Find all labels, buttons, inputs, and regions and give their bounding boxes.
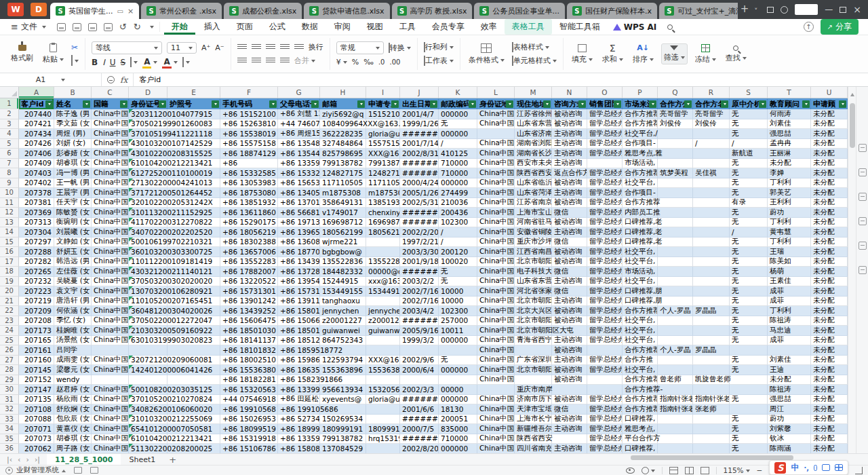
cell-B14[interactable]: 刘晨曦 (女	[54, 227, 92, 238]
document-tab-4[interactable]: S高学历 教授.xlsx	[392, 3, 473, 19]
cell-O20[interactable]: 留学总经办	[587, 286, 623, 297]
row-header-31[interactable]: 31	[0, 395, 19, 405]
cell-G6[interactable]: +86 1354402198	[278, 149, 320, 159]
cell-K35[interactable]: 710000	[439, 434, 477, 444]
cell-D13[interactable]: 411702200312270822	[129, 218, 167, 228]
align-middle-icon[interactable]	[252, 44, 261, 51]
cell-I30[interactable]: 15320563	[366, 385, 400, 395]
cell-D19[interactable]: 370503200302020020	[129, 277, 167, 287]
header-cell-S1[interactable]: 原中介机	[730, 98, 768, 109]
cell-R15[interactable]	[693, 238, 730, 248]
cell-D34[interactable]: 654101200007050581	[129, 424, 167, 434]
cell-P13[interactable]: 口碑推荐,老	[623, 218, 658, 228]
cell-Q21[interactable]	[658, 297, 693, 307]
cell-O13[interactable]: 留学总经办	[587, 218, 623, 228]
cell-I14[interactable]: 180562199	[366, 227, 400, 238]
cell-P9[interactable]: 社交平台,	[623, 178, 658, 189]
side-panel-icon-4[interactable]	[859, 217, 867, 225]
cell-F18[interactable]: +86 17882007	[220, 267, 278, 277]
cell-N30[interactable]	[552, 385, 587, 395]
cell-H7[interactable]: 799138782	[320, 159, 366, 169]
cell-R23[interactable]	[693, 316, 730, 326]
align-bottom-icon[interactable]	[266, 44, 275, 51]
cell-R16[interactable]	[693, 247, 730, 257]
row-header-10[interactable]: 10	[0, 188, 19, 198]
cell-A4[interactable]: 207434	[19, 129, 54, 139]
cell-U18[interactable]: 未分配	[811, 267, 848, 277]
cell-M10[interactable]: 山东省菏泽	[515, 188, 552, 198]
cell-U12[interactable]: 未分配	[811, 208, 848, 218]
cell-B23[interactable]: 季忆 (女)	[54, 316, 92, 326]
cell-J19[interactable]: 2003/2/2	[400, 277, 439, 287]
row-header-33[interactable]: 33	[0, 415, 19, 425]
cell-D27[interactable]: 320721200209060081	[129, 356, 167, 366]
cell-H16[interactable]: bgbgbow@	[320, 247, 366, 257]
cell-P21[interactable]: 口碑推荐,朋	[623, 297, 658, 307]
cell-M31[interactable]: 济南市历下	[515, 395, 552, 405]
cell-M34[interactable]: 新疆维吾尔	[515, 424, 552, 434]
cell-B16[interactable]: 舒妍玉 (女	[54, 247, 92, 257]
cell-L18[interactable]: China中国	[477, 267, 515, 277]
share-button[interactable]: ↗分享	[821, 19, 859, 35]
header-cell-J1[interactable]: 出生日期	[400, 98, 439, 109]
side-panel-icon-2[interactable]	[859, 168, 867, 176]
cell-T7[interactable]: 未分配	[768, 159, 811, 169]
wrap-text-button[interactable]: 换行	[309, 42, 323, 52]
row-header-3[interactable]: 3	[0, 119, 19, 130]
cut-icon[interactable]: ✂	[71, 43, 79, 52]
cell-G29[interactable]: +86 1582391866	[278, 375, 320, 385]
cell-J27[interactable]: 2002/9/6	[400, 356, 439, 366]
cell-U36[interactable]: 未分配	[811, 444, 848, 453]
cell-I34[interactable]: 180999191	[366, 424, 400, 434]
cell-U6[interactable]: 未分配	[811, 149, 848, 159]
cell-D18[interactable]: 430321200211140121	[129, 267, 167, 277]
row-header-19[interactable]: 19	[0, 277, 19, 287]
row-header-15[interactable]: 15	[0, 238, 19, 248]
cell-G5[interactable]: +86 1354866895	[278, 139, 320, 149]
cell-K2[interactable]: 000000	[439, 109, 477, 119]
cell-P36[interactable]: 口碑推荐,	[623, 444, 658, 453]
cell-S7[interactable]: 无	[730, 159, 768, 169]
column-header-Q[interactable]: Q	[658, 87, 693, 98]
cell-A2[interactable]: 207440	[19, 109, 54, 119]
cell-K14[interactable]: /	[439, 227, 477, 238]
minimize-button[interactable]: —	[825, 5, 833, 14]
cell-C31[interactable]: China中国	[92, 395, 129, 405]
cell-K18[interactable]: 无	[439, 267, 477, 277]
cell-I15[interactable]	[366, 238, 400, 248]
cell-C10[interactable]: China中国	[92, 188, 129, 198]
menu-工具[interactable]: 工具	[392, 19, 423, 35]
cell-R28[interactable]	[693, 365, 730, 375]
cell-U9[interactable]: 未分配	[811, 178, 848, 189]
cell-C16[interactable]: China中国	[92, 247, 129, 257]
undo-icon[interactable]: ↺	[119, 22, 127, 32]
filter-button-B[interactable]	[83, 100, 90, 108]
row-header-7[interactable]: 7	[0, 159, 19, 169]
cell-U27[interactable]: 未分配	[811, 356, 848, 366]
cell-F24[interactable]: +86 18501030	[220, 326, 278, 336]
justify-icon[interactable]	[280, 58, 290, 64]
cell-O33[interactable]: 留学总经办	[587, 415, 623, 425]
cell-J22[interactable]: 2003/4/2	[400, 306, 439, 316]
cell-F36[interactable]: +86 15106786	[220, 444, 278, 453]
row-header-28[interactable]: 28	[0, 365, 19, 375]
cell-N28[interactable]: 被动咨询	[552, 365, 587, 375]
preview-icon[interactable]	[104, 23, 113, 31]
cell-A10[interactable]: 207378	[19, 188, 54, 198]
row-header-27[interactable]: 27	[0, 356, 19, 366]
cell-A11[interactable]: 207381	[19, 198, 54, 208]
cell-R34[interactable]	[693, 424, 730, 434]
filter-button-K[interactable]	[469, 100, 476, 108]
cell-F3[interactable]: +86 15263810	[220, 119, 278, 130]
row-header-9[interactable]: 9	[0, 178, 19, 189]
indent-decrease-icon[interactable]	[280, 44, 290, 51]
cell-U33[interactable]: 未分配	[811, 415, 848, 425]
cell-A27[interactable]: 207160	[19, 356, 54, 366]
cell-N13[interactable]: 被动咨询	[552, 218, 587, 228]
sheet-tab-11_28_5_1000[interactable]: 11_28_5_1000	[47, 454, 121, 466]
cell-A25[interactable]: 207165	[19, 336, 54, 346]
cell-S4[interactable]: 无	[730, 129, 768, 139]
cell-H15[interactable]: wjrme221	[320, 238, 366, 248]
cell-J34[interactable]: 2000/7/5	[400, 424, 439, 434]
cell-G9[interactable]: +86 1565399710	[278, 178, 320, 189]
